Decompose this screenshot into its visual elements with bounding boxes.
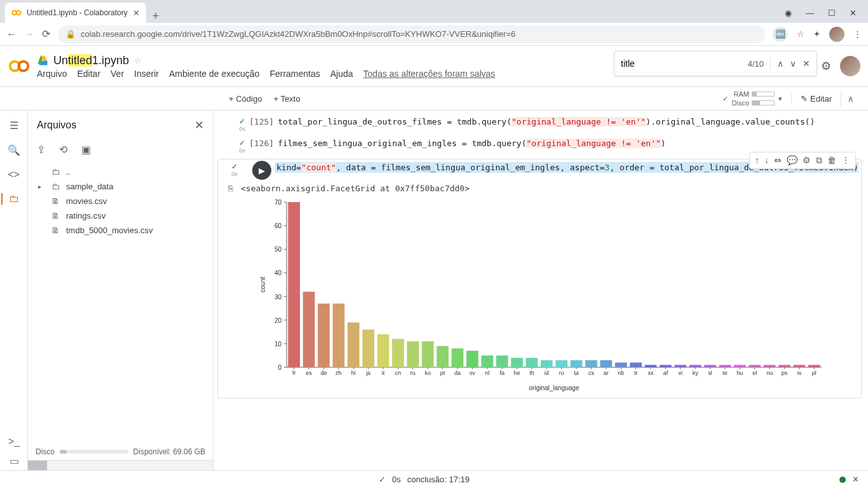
add-text-button[interactable]: + Texto — [273, 94, 300, 104]
bookmark-icon[interactable]: ☆ — [797, 29, 804, 39]
svg-text:nb: nb — [618, 370, 624, 376]
svg-text:ja: ja — [365, 370, 370, 376]
translate-icon[interactable]: 🔤 — [773, 27, 788, 42]
svg-text:zh: zh — [336, 370, 342, 376]
maximize-icon[interactable]: ☐ — [828, 8, 836, 18]
refresh-icon[interactable]: ⟲ — [59, 144, 67, 156]
mount-drive-icon[interactable]: ▣ — [81, 144, 91, 156]
svg-text:50: 50 — [275, 246, 282, 253]
svg-text:hu: hu — [736, 370, 743, 376]
svg-text:da: da — [454, 370, 461, 376]
files-title: Arquivos — [37, 119, 188, 131]
menu-ver[interactable]: Ver — [111, 69, 124, 79]
find-input[interactable] — [621, 58, 742, 69]
expand-button[interactable]: ∧ — [841, 90, 860, 107]
notebook-toolbar: + Código + Texto ✓ RAM Disco ▾ ✎ Editar … — [0, 86, 868, 111]
variables-icon[interactable]: ▭ — [10, 455, 19, 467]
extensions-icon[interactable]: ✦ — [813, 29, 820, 39]
svg-rect-27 — [303, 292, 315, 367]
check-icon: ✓ — [239, 117, 245, 126]
menu-arquivo[interactable]: Arquivo — [37, 69, 67, 79]
chevron-down-icon[interactable]: ▾ — [778, 95, 782, 103]
move-up-icon[interactable]: ↑ — [755, 155, 759, 166]
search-icon[interactable]: 🔍 — [8, 144, 20, 156]
link-icon[interactable]: ⇔ — [774, 155, 782, 166]
svg-text:pt: pt — [440, 370, 445, 376]
menu-ferramentas[interactable]: Ferramentas — [269, 69, 320, 79]
left-rail: ☰ 🔍 <> 🗀 — [0, 111, 28, 470]
resource-indicator[interactable]: ✓ RAM Disco ▾ — [722, 90, 783, 107]
menu-ajuda[interactable]: Ajuda — [330, 69, 353, 79]
document-title[interactable]: Untitled1.ipynb — [53, 54, 129, 67]
cell-prompt: [125] — [249, 116, 274, 126]
panel-close-icon[interactable]: ✕ — [194, 118, 204, 132]
terminal-icon[interactable]: >_ — [8, 436, 20, 447]
cell-code[interactable]: filmes_sem_lingua_original_em_ingles = t… — [278, 137, 862, 149]
snippets-icon[interactable]: <> — [8, 169, 20, 180]
menu-bar: Arquivo Editar Ver Inserir Ambiente de e… — [37, 69, 495, 79]
files-panel: Arquivos ✕ ⇪ ⟲ ▣ 🗀.. ▸🗀sample_data 🗎movi… — [28, 111, 214, 470]
find-close-icon[interactable]: ✕ — [803, 58, 810, 69]
file-parent[interactable]: 🗀.. — [34, 165, 207, 179]
code-cell-active[interactable]: ↑ ↓ ⇔ 💬 ⚙ ⧉ 🗑 ⋮ ✓0s ▶ kind="count", data… — [217, 159, 862, 398]
chrome-menu-icon[interactable]: ⋮ — [853, 29, 862, 39]
svg-rect-42 — [377, 334, 390, 367]
tab-close-icon[interactable]: ✕ — [133, 8, 140, 18]
toc-icon[interactable]: ☰ — [10, 119, 18, 132]
file-tmdb[interactable]: 🗎tmdb_5000_movies.csv — [34, 223, 207, 238]
svg-text:ps: ps — [782, 370, 788, 376]
panel-scrollbar[interactable] — [28, 460, 213, 470]
svg-text:es: es — [306, 370, 312, 376]
back-button[interactable]: ← — [6, 29, 17, 40]
find-prev-icon[interactable]: ∧ — [777, 58, 783, 69]
url-input[interactable]: 🔒 colab.research.google.com/drive/1T1WzZ… — [58, 25, 765, 43]
minimize-icon[interactable]: — — [806, 8, 814, 18]
code-cell-125[interactable]: ✓0s [125] total_por_lingua_de_outros_fil… — [217, 116, 862, 132]
move-down-icon[interactable]: ↓ — [764, 155, 769, 166]
add-code-button[interactable]: + Código — [229, 94, 262, 104]
svg-text:40: 40 — [275, 269, 282, 276]
settings-cell-icon[interactable]: ⚙ — [803, 155, 811, 166]
output-collapse-icon[interactable]: ⎘ — [224, 184, 237, 193]
cell-menu-icon[interactable]: ⋮ — [841, 155, 850, 166]
mirror-icon[interactable]: ⧉ — [816, 155, 822, 166]
svg-rect-78 — [555, 360, 567, 367]
cell-code[interactable]: total_por_lingua_de_outros_filmes = tmdb… — [278, 116, 862, 128]
menu-editar[interactable]: Editar — [77, 69, 100, 79]
star-icon[interactable]: ☆ — [134, 56, 142, 65]
svg-rect-45 — [392, 339, 404, 367]
settings-icon[interactable]: ⚙ — [821, 59, 831, 73]
svg-rect-39 — [362, 330, 374, 367]
edit-mode-button[interactable]: ✎ Editar — [791, 94, 832, 104]
find-next-icon[interactable]: ∨ — [790, 58, 796, 69]
comment-icon[interactable]: 💬 — [787, 155, 797, 166]
browser-tab[interactable]: Untitled1.ipynb - Colaboratory ✕ — [5, 3, 146, 23]
cell-prompt: [126] — [249, 137, 274, 148]
run-cell-button[interactable]: ▶ — [252, 161, 271, 180]
svg-rect-75 — [541, 360, 553, 367]
svg-rect-72 — [526, 358, 538, 367]
upload-icon[interactable]: ⇪ — [37, 144, 45, 156]
status-close-icon[interactable]: ✕ — [852, 475, 859, 484]
svg-text:sv: sv — [470, 370, 476, 376]
svg-rect-93 — [630, 363, 642, 367]
menu-inserir[interactable]: Inserir — [134, 69, 159, 79]
delete-cell-icon[interactable]: 🗑 — [827, 155, 836, 166]
user-avatar[interactable] — [840, 56, 860, 76]
svg-text:0: 0 — [278, 364, 281, 371]
svg-text:id: id — [545, 370, 549, 376]
folder-sample-data[interactable]: ▸🗀sample_data — [34, 179, 207, 194]
window-controls: ◉ — ☐ ✕ — [773, 8, 868, 23]
svg-rect-84 — [585, 360, 597, 367]
svg-text:hi: hi — [351, 370, 356, 376]
record-icon[interactable]: ◉ — [785, 8, 792, 18]
menu-ambiente[interactable]: Ambiente de execução — [169, 69, 259, 79]
new-tab-button[interactable]: + — [146, 10, 166, 23]
reload-button[interactable]: ⟳ — [42, 28, 50, 40]
forward-button[interactable]: → — [24, 29, 34, 40]
close-window-icon[interactable]: ✕ — [850, 8, 857, 18]
file-movies[interactable]: 🗎movies.csv — [34, 194, 207, 208]
files-icon[interactable]: 🗀 — [1, 193, 19, 205]
file-ratings[interactable]: 🗎ratings.csv — [34, 208, 207, 223]
profile-avatar[interactable] — [829, 27, 844, 42]
